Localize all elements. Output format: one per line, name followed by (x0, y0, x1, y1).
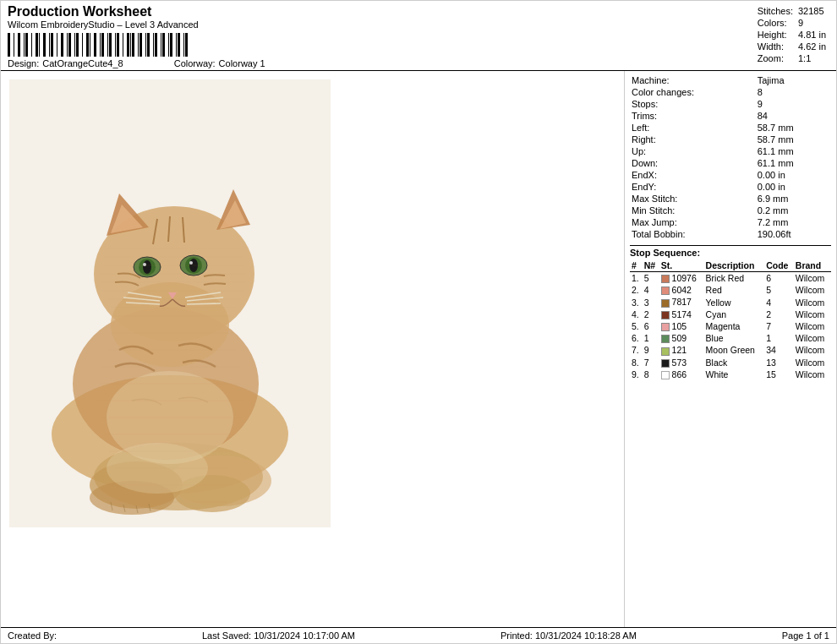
bar (39, 33, 40, 57)
table-row: 7. 9 121 Moon Green 34 Wilcom (630, 344, 831, 356)
stop-n: 2 (643, 308, 659, 320)
endx-value: 0.00 in (756, 169, 831, 181)
svg-point-25 (189, 261, 193, 265)
bar (183, 33, 184, 57)
header: Production Worksheet Wilcom EmbroiderySt… (1, 1, 836, 71)
bar (105, 33, 107, 57)
machine-info-table: Machine: Tajima Color changes: 8 Stops: … (630, 74, 831, 240)
bar (36, 33, 38, 57)
max-stitch-value: 6.9 mm (756, 193, 831, 205)
svg-point-20 (143, 263, 146, 266)
col-description: Description (704, 259, 765, 272)
stop-n: 4 (643, 284, 659, 296)
bar (161, 33, 161, 57)
table-row: 1. 5 10976 Brick Red 6 Wilcom (630, 272, 831, 285)
stop-swatch: 7817 (659, 296, 704, 308)
bar (135, 33, 137, 57)
stop-swatch: 5174 (659, 308, 704, 320)
color-swatch (661, 299, 670, 308)
bar (49, 33, 50, 57)
left-label: Left: (630, 122, 756, 134)
stats-width-row: Width: 4.62 in (756, 41, 828, 52)
machine-row: Machine: Tajima (630, 74, 831, 86)
stop-description: Blue (704, 332, 765, 344)
stop-swatch: 573 (659, 357, 704, 368)
stop-num: 4. (630, 308, 643, 320)
machine-value: Tajima (756, 74, 831, 86)
stats-zoom-row: Zoom: 1:1 (756, 53, 828, 63)
bar (173, 33, 175, 57)
bar (76, 33, 79, 57)
stop-swatch: 866 (659, 368, 704, 380)
stop-num: 2. (630, 284, 643, 296)
stop-description: Brick Red (704, 272, 765, 285)
stop-num: 7. (630, 344, 643, 356)
bar (84, 33, 85, 57)
bar (41, 33, 42, 57)
stop-description: Yellow (704, 296, 765, 308)
bar (43, 33, 46, 57)
width-value: 4.62 in (796, 41, 828, 52)
stats-stitches-row: Stitches: 32185 (756, 6, 828, 16)
bar (162, 33, 165, 57)
down-value: 61.1 mm (756, 157, 831, 169)
stats-height-row: Height: 4.81 in (756, 30, 828, 40)
bar (46, 33, 48, 57)
svg-line-33 (187, 303, 221, 304)
stop-description: White (704, 368, 765, 380)
bar (68, 33, 71, 57)
bar (145, 33, 146, 57)
max-jump-label: Max Jump: (630, 216, 756, 228)
bar (18, 33, 20, 57)
bar (170, 33, 172, 57)
table-row: 2. 4 6042 Red 5 Wilcom (630, 284, 831, 296)
up-value: 61.1 mm (756, 145, 831, 157)
design-row: Design: CatOrangeCute4_8 (8, 58, 123, 68)
bar (178, 33, 180, 57)
bar (33, 33, 35, 57)
footer: Created By: Last Saved: 10/31/2024 10:17… (1, 627, 836, 643)
bar (82, 33, 83, 57)
stitches-label: Stitches: (756, 6, 795, 16)
bar (130, 33, 131, 57)
stop-description: Red (704, 284, 765, 296)
stop-code: 7 (764, 320, 794, 332)
right-value: 58.7 mm (756, 134, 831, 145)
total-bobbin-value: 190.06ft (756, 228, 831, 240)
color-swatch (661, 371, 670, 379)
color-swatch (661, 311, 670, 319)
height-label: Height: (756, 30, 795, 40)
stop-table-body: 1. 5 10976 Brick Red 6 Wilcom 2. 4 6042 … (630, 272, 831, 380)
bar (176, 33, 177, 57)
stop-code: 5 (764, 284, 794, 296)
color-changes-label: Color changes: (630, 86, 756, 98)
bar (67, 33, 68, 57)
endy-label: EndY: (630, 181, 756, 193)
colorway-value: Colorway 1 (219, 58, 265, 68)
min-stitch-label: Min Stitch: (630, 205, 756, 216)
bar (123, 33, 123, 57)
max-stitch-label: Max Stitch: (630, 193, 756, 205)
stop-code: 13 (764, 357, 794, 368)
col-n: N# (643, 259, 659, 272)
table-row: 8. 7 573 Black 13 Wilcom (630, 357, 831, 368)
bar (54, 33, 56, 57)
col-code: Code (764, 259, 794, 272)
stop-n: 5 (643, 272, 659, 285)
bar (14, 33, 14, 57)
stops-row: Stops: 9 (630, 98, 831, 110)
stop-brand: Wilcom (794, 357, 831, 368)
endx-label: EndX: (630, 169, 756, 181)
stop-num: 3. (630, 296, 643, 308)
stop-sequence-table: # N# St. Description Code Brand 1. 5 109… (630, 259, 831, 380)
col-st: St. (659, 259, 704, 272)
stop-table-header: # N# St. Description Code Brand (630, 259, 831, 272)
height-value: 4.81 in (796, 30, 828, 40)
bar (168, 33, 169, 57)
up-row: Up: 61.1 mm (630, 145, 831, 157)
up-label: Up: (630, 145, 756, 157)
stops-value: 9 (756, 98, 831, 110)
bar (21, 33, 23, 57)
bar (140, 33, 142, 57)
table-row: 4. 2 5174 Cyan 2 Wilcom (630, 308, 831, 320)
